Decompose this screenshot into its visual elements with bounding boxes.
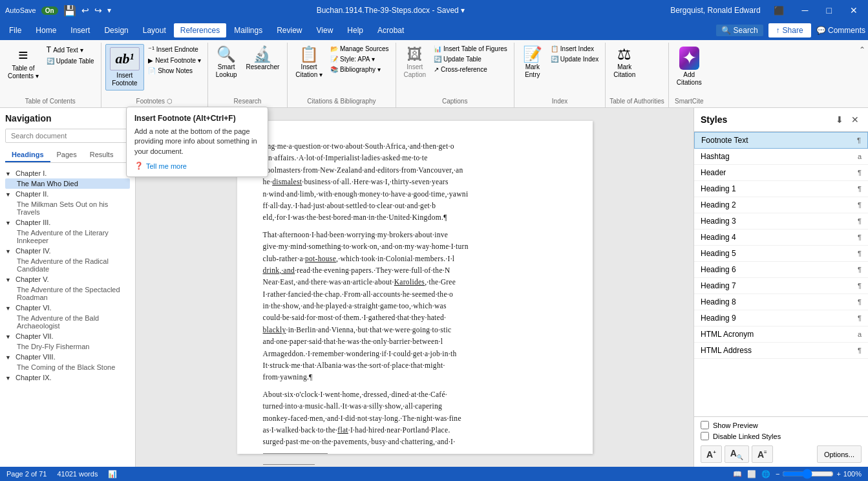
insert-footnote-button[interactable]: ab¹ InsertFootnote <box>105 44 145 91</box>
style-item-heading7[interactable]: Heading 7 ¶ <box>694 278 868 294</box>
saved-arrow[interactable]: ▾ <box>461 6 465 15</box>
cross-reference-button[interactable]: ↗ Cross-reference <box>431 65 510 74</box>
menu-item-help[interactable]: Help <box>341 23 370 37</box>
style-item-heading1[interactable]: Heading 1 ¶ <box>694 181 868 197</box>
style-item-heading3[interactable]: Heading 3 ¶ <box>694 213 868 230</box>
insert-endnote-button[interactable]: ⁻¹ Insert Endnote <box>145 44 204 55</box>
manage-sources-button[interactable]: 📂 Manage Sources <box>328 44 392 54</box>
add-text-button[interactable]: T Add Text ▾ <box>44 44 97 56</box>
chapter-vii[interactable]: ▼ Chapter VII. <box>5 331 130 341</box>
zoom-plus-btn[interactable]: + <box>836 470 840 478</box>
chapter-iii[interactable]: ▼ Chapter III. <box>5 217 130 228</box>
update-index-button[interactable]: 🔄 Update Index <box>548 54 602 64</box>
menu-item-layout[interactable]: Layout <box>136 23 173 37</box>
style-item-heading8[interactable]: Heading 8 ¶ <box>694 294 868 310</box>
minimize-btn[interactable]: ─ <box>797 4 814 17</box>
mark-citation-button[interactable]: ⚖ MarkCitation <box>609 44 639 81</box>
styles-options-btn[interactable]: Options... <box>817 445 862 463</box>
disable-linked-checkbox[interactable]: Disable Linked Styles <box>701 432 862 440</box>
style-item-hashtag[interactable]: Hashtag a <box>694 149 868 165</box>
nav-item-dry-fly[interactable]: The Dry-Fly Fisherman <box>5 341 130 352</box>
new-style-btn[interactable]: A+ <box>701 445 722 463</box>
style-item-heading4[interactable]: Heading 4 ¶ <box>694 230 868 246</box>
navigation-search[interactable] <box>5 129 130 143</box>
menu-item-mailings[interactable]: Mailings <box>228 23 269 37</box>
comments-button[interactable]: 💬 Comments <box>816 26 865 35</box>
menu-item-insert[interactable]: Insert <box>64 23 96 37</box>
collapse-ribbon-btn[interactable]: ⌃ <box>856 43 868 107</box>
style-item-header[interactable]: Header ¶ <box>694 165 868 181</box>
insert-table-of-figures-button[interactable]: 📊 Insert Table of Figures <box>431 44 510 54</box>
zoom-minus-btn[interactable]: − <box>776 470 779 478</box>
insert-caption-button[interactable]: 🖼 InsertCaption <box>400 44 430 81</box>
chapter-v[interactable]: ▼ Chapter V. <box>5 274 130 284</box>
nav-item-milkman[interactable]: The Milkman Sets Out on his Travels <box>5 199 130 217</box>
style-item-heading9[interactable]: Heading 9 ¶ <box>694 310 868 326</box>
nav-tab-results[interactable]: Results <box>83 148 120 162</box>
menu-item-view[interactable]: View <box>310 23 340 37</box>
insert-index-button[interactable]: 📋 Insert Index <box>548 44 602 54</box>
style-item-html-acronym[interactable]: HTML Acronym a <box>694 326 868 343</box>
chapter-ix[interactable]: ▼ Chapter IX. <box>5 372 130 383</box>
update-table-captions-button[interactable]: 🔄 Update Table <box>431 54 510 64</box>
nav-tab-pages[interactable]: Pages <box>50 148 83 162</box>
footnote-ref-input[interactable] <box>263 464 315 465</box>
show-preview-checkbox[interactable]: Show Preview <box>701 421 862 429</box>
style-item-html-address[interactable]: HTML Address ¶ <box>694 343 868 359</box>
menu-item-review[interactable]: Review <box>270 23 308 37</box>
nav-item-spectacled-roadman[interactable]: The Adventure of the Spectacled Roadman <box>5 284 130 303</box>
show-preview-input[interactable] <box>701 421 709 429</box>
disable-linked-input[interactable] <box>701 432 709 440</box>
menu-item-home[interactable]: Home <box>29 23 63 37</box>
nav-item-bald-archaeologist[interactable]: The Adventure of the Bald Archaeologist <box>5 313 130 331</box>
bibliography-button[interactable]: 📚 Bibliography ▾ <box>328 65 392 74</box>
show-notes-button[interactable]: 📄 Show Notes <box>145 66 204 76</box>
undo-btn[interactable]: ↩ <box>81 5 89 16</box>
style-selector[interactable]: 📝 Style: APA ▾ <box>328 54 392 64</box>
style-item-heading5[interactable]: Heading 5 ¶ <box>694 246 868 262</box>
autosave-toggle[interactable]: On <box>41 6 58 15</box>
document-page[interactable]: ling·me·a·question·or·two·about·South·Af… <box>237 121 593 454</box>
share-button[interactable]: ↑ Share <box>768 23 811 37</box>
menu-item-acrobat[interactable]: Acrobat <box>371 23 410 37</box>
quick-access-more[interactable]: ▾ <box>107 6 111 15</box>
add-citations-button[interactable]: ✦ AddCitations <box>673 44 706 89</box>
styles-close-btn[interactable]: ✕ <box>849 113 862 126</box>
tell-me-more-link[interactable]: ❓ Tell me more <box>134 162 260 170</box>
ribbon-toggle-btn[interactable]: ⬛ <box>768 5 789 17</box>
chapter-viii[interactable]: ▼ Chapter VIII. <box>5 352 130 362</box>
next-footnote-button[interactable]: ▶ Next Footnote ▾ <box>145 56 204 65</box>
smart-lookup-button[interactable]: 🔍 SmartLookup <box>212 44 241 81</box>
zoom-slider[interactable] <box>782 469 834 479</box>
restore-btn[interactable]: □ <box>821 4 837 17</box>
web-view-btn[interactable]: 🌐 <box>761 470 770 478</box>
style-inspector-btn[interactable]: A🔍 <box>725 445 749 463</box>
style-item-footnote-text[interactable]: Footnote Text ¶ <box>694 132 868 149</box>
redo-btn[interactable]: ↪ <box>94 5 102 16</box>
search-box[interactable]: 🔍 Search <box>716 25 763 36</box>
nav-tab-headings[interactable]: Headings <box>5 148 50 162</box>
nav-item-black-stone[interactable]: The Coming of the Black Stone <box>5 362 130 372</box>
nav-item-man-who-died[interactable]: The Man Who Died <box>5 178 130 189</box>
reading-view-btn[interactable]: 📖 <box>733 470 742 478</box>
nav-item-radical-candidate[interactable]: The Adventure of the Radical Candidate <box>5 256 130 274</box>
nav-item-literary-innkeeper[interactable]: The Adventure of the Literary Innkeeper <box>5 228 130 246</box>
close-btn[interactable]: ✕ <box>845 4 863 17</box>
style-item-heading6[interactable]: Heading 6 ¶ <box>694 262 868 278</box>
mark-entry-button[interactable]: 📝 MarkEntry <box>518 44 547 81</box>
insert-citation-button[interactable]: 📋 InsertCitation ▾ <box>291 44 326 81</box>
chapter-ii[interactable]: ▼ Chapter II. <box>5 189 130 199</box>
menu-item-design[interactable]: Design <box>98 23 134 37</box>
chapter-i[interactable]: ▼ Chapter I. <box>5 168 130 178</box>
update-table-toc-button[interactable]: 🔄 Update Table <box>44 56 97 66</box>
doc-stats-icon[interactable]: 📊 <box>108 470 117 478</box>
menu-item-file[interactable]: File <box>3 23 28 37</box>
style-item-heading2[interactable]: Heading 2 ¶ <box>694 197 868 213</box>
manage-styles-btn[interactable]: A≡ <box>752 445 773 463</box>
layout-view-btn[interactable]: ⬜ <box>747 470 756 478</box>
researcher-button[interactable]: 🔬 Researcher <box>242 44 284 74</box>
menu-item-references[interactable]: References <box>174 23 226 37</box>
table-of-contents-button[interactable]: ≡ Table ofContents ▾ <box>4 44 43 83</box>
chapter-iv[interactable]: ▼ Chapter IV. <box>5 246 130 256</box>
chapter-vi[interactable]: ▼ Chapter VI. <box>5 303 130 313</box>
